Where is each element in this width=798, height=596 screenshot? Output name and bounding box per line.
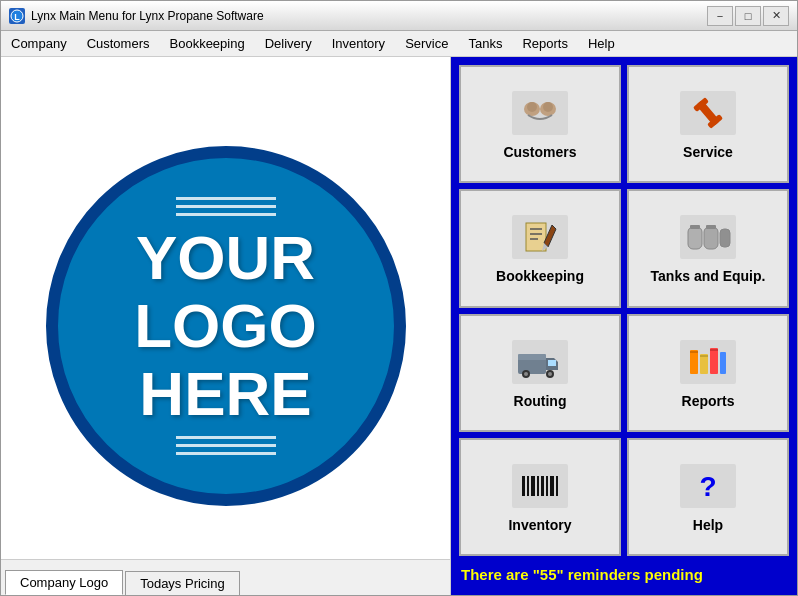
help-icon: ? bbox=[678, 461, 738, 511]
svg-rect-40 bbox=[522, 476, 525, 496]
svg-rect-12 bbox=[526, 223, 546, 251]
routing-label: Routing bbox=[514, 393, 567, 409]
svg-rect-30 bbox=[518, 354, 546, 360]
close-button[interactable]: ✕ bbox=[763, 6, 789, 26]
main-window: L Lynx Main Menu for Lynx Propane Softwa… bbox=[0, 0, 798, 596]
logo-line-6 bbox=[176, 452, 276, 455]
svg-rect-35 bbox=[720, 352, 726, 374]
svg-rect-41 bbox=[527, 476, 529, 496]
logo-line-here: HERE bbox=[134, 360, 317, 428]
menu-item-customers[interactable]: Customers bbox=[77, 32, 160, 55]
menu-bar: CompanyCustomersBookkeepingDeliveryInven… bbox=[1, 31, 797, 57]
title-bar: L Lynx Main Menu for Lynx Propane Softwa… bbox=[1, 1, 797, 31]
menu-item-company[interactable]: Company bbox=[1, 32, 77, 55]
svg-rect-39 bbox=[512, 464, 568, 508]
menu-item-delivery[interactable]: Delivery bbox=[255, 32, 322, 55]
svg-rect-19 bbox=[720, 229, 730, 247]
inventory-icon bbox=[510, 461, 570, 511]
svg-rect-25 bbox=[548, 360, 556, 366]
logo-line-logo: LOGO bbox=[134, 292, 317, 360]
module-grid: Customers bbox=[459, 65, 789, 556]
bookkeeping-icon bbox=[510, 212, 570, 262]
tanks-button[interactable]: Tanks and Equip. bbox=[627, 189, 789, 307]
svg-point-27 bbox=[524, 372, 528, 376]
svg-rect-43 bbox=[537, 476, 539, 496]
company-logo-tab[interactable]: Company Logo bbox=[5, 570, 123, 595]
svg-rect-23 bbox=[518, 358, 546, 374]
logo-panel: YOUR LOGO HERE Company Logo Todays Prici… bbox=[1, 57, 451, 595]
service-icon bbox=[678, 88, 738, 138]
bookkeeping-label: Bookkeeping bbox=[496, 268, 584, 284]
svg-point-29 bbox=[548, 372, 552, 376]
customers-label: Customers bbox=[503, 144, 576, 160]
right-panel: Customers bbox=[451, 57, 797, 595]
bookkeeping-button[interactable]: Bookkeeping bbox=[459, 189, 621, 307]
menu-item-bookkeeping[interactable]: Bookkeeping bbox=[160, 32, 255, 55]
inventory-label: Inventory bbox=[508, 517, 571, 533]
svg-text:?: ? bbox=[699, 471, 716, 502]
logo-line-3 bbox=[176, 213, 276, 216]
svg-rect-46 bbox=[550, 476, 554, 496]
logo-lines-top bbox=[176, 197, 276, 216]
svg-rect-32 bbox=[690, 350, 698, 374]
menu-item-inventory[interactable]: Inventory bbox=[322, 32, 395, 55]
svg-rect-44 bbox=[541, 476, 544, 496]
window-controls: − □ ✕ bbox=[707, 6, 789, 26]
svg-rect-45 bbox=[546, 476, 548, 496]
bottom-tabs: Company Logo Todays Pricing bbox=[1, 559, 450, 595]
logo-lines-bottom bbox=[176, 436, 276, 455]
menu-item-reports[interactable]: Reports bbox=[512, 32, 578, 55]
inventory-button[interactable]: Inventory bbox=[459, 438, 621, 556]
menu-item-help[interactable]: Help bbox=[578, 32, 625, 55]
tanks-label: Tanks and Equip. bbox=[651, 268, 766, 284]
menu-item-service[interactable]: Service bbox=[395, 32, 458, 55]
svg-point-5 bbox=[527, 102, 537, 112]
main-content: YOUR LOGO HERE Company Logo Todays Prici… bbox=[1, 57, 797, 595]
reports-button[interactable]: Reports bbox=[627, 314, 789, 432]
logo-line-1 bbox=[176, 197, 276, 200]
service-label: Service bbox=[683, 144, 733, 160]
help-button[interactable]: ? Help bbox=[627, 438, 789, 556]
routing-button[interactable]: Routing bbox=[459, 314, 621, 432]
svg-rect-17 bbox=[688, 227, 702, 249]
logo-line-2 bbox=[176, 205, 276, 208]
svg-rect-42 bbox=[531, 476, 535, 496]
reports-icon bbox=[678, 337, 738, 387]
customers-button[interactable]: Customers bbox=[459, 65, 621, 183]
menu-item-tanks[interactable]: Tanks bbox=[458, 32, 512, 55]
reminder-text: There are "55" reminders pending bbox=[459, 562, 789, 587]
logo-line-your: YOUR bbox=[134, 224, 317, 292]
logo-text: YOUR LOGO HERE bbox=[134, 224, 317, 429]
logo-line-4 bbox=[176, 436, 276, 439]
routing-icon bbox=[510, 337, 570, 387]
window-title: Lynx Main Menu for Lynx Propane Software bbox=[31, 9, 707, 23]
maximize-button[interactable]: □ bbox=[735, 6, 761, 26]
svg-rect-21 bbox=[706, 225, 716, 229]
service-button[interactable]: Service bbox=[627, 65, 789, 183]
svg-rect-34 bbox=[710, 348, 718, 374]
reports-label: Reports bbox=[682, 393, 735, 409]
minimize-button[interactable]: − bbox=[707, 6, 733, 26]
tanks-icon bbox=[678, 212, 738, 262]
svg-point-6 bbox=[543, 102, 553, 112]
app-icon: L bbox=[9, 8, 25, 24]
todays-pricing-tab[interactable]: Todays Pricing bbox=[125, 571, 240, 595]
svg-rect-2 bbox=[512, 91, 568, 135]
logo-line-5 bbox=[176, 444, 276, 447]
svg-rect-20 bbox=[690, 225, 700, 229]
svg-rect-47 bbox=[556, 476, 558, 496]
svg-text:L: L bbox=[14, 12, 20, 22]
customers-icon bbox=[510, 88, 570, 138]
help-label: Help bbox=[693, 517, 723, 533]
svg-rect-33 bbox=[700, 354, 708, 374]
svg-rect-18 bbox=[704, 227, 718, 249]
logo-circle: YOUR LOGO HERE bbox=[46, 146, 406, 506]
